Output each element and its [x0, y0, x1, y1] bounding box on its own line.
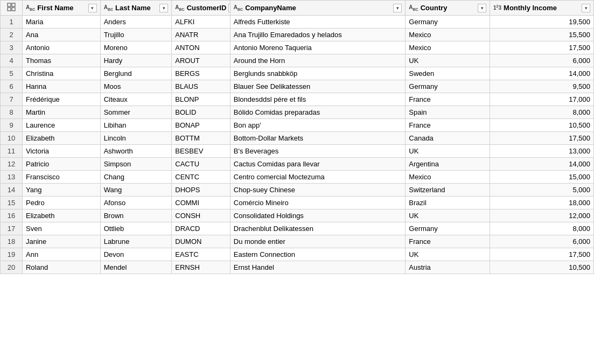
cell-last: Moos	[100, 80, 172, 93]
cell-cid: COMMI	[172, 197, 230, 209]
cell-cid: BLAUS	[172, 80, 230, 93]
cell-cid: CACTU	[172, 158, 230, 171]
cell-index: 1	[1, 16, 23, 29]
cell-income: 14,000	[490, 67, 594, 80]
cell-income: 8,000	[490, 222, 594, 235]
svg-rect-2	[8, 8, 11, 11]
header-first-name-label: First Name	[37, 4, 73, 12]
abc-type-icon: ABC	[234, 4, 243, 11]
table-row: 9LaurenceLibihanBONAPBon app'France10,50…	[1, 119, 594, 132]
abc-type-icon: ABC	[409, 4, 418, 11]
table-row: 19AnnDevonEASTCEastern ConnectionUK17,50…	[1, 248, 594, 261]
cell-first: Laurence	[22, 119, 100, 132]
cell-country: UK	[406, 54, 490, 67]
cell-index: 9	[1, 119, 23, 132]
cell-income: 18,000	[490, 197, 594, 209]
cell-first: Ann	[22, 248, 100, 261]
cell-income: 8,000	[490, 106, 594, 119]
table-row: 16ElizabethBrownCONSHConsolidated Holdin…	[1, 209, 594, 222]
country-filter-button[interactable]: ▾	[478, 4, 486, 12]
cell-country: Mexico	[406, 171, 490, 184]
cell-cid: DRACD	[172, 222, 230, 235]
table-row: 13FransciscoChangCENTCCentro comercial M…	[1, 171, 594, 184]
cell-first: Ana	[22, 29, 100, 41]
header-customer-id: ABC CustomerID ▾	[172, 1, 230, 16]
cell-index: 12	[1, 158, 23, 171]
cell-last: Ottlieb	[100, 222, 172, 235]
cell-company: Chop-suey Chinese	[230, 184, 406, 197]
company-name-filter-button[interactable]: ▾	[393, 4, 402, 12]
cell-cid: DUMON	[172, 235, 230, 248]
cell-income: 6,000	[490, 235, 594, 248]
table-row: 6HannaMoosBLAUSBlauer See DelikatessenGe…	[1, 80, 594, 93]
header-monthly-income: 123 Monthly Income ▾	[490, 1, 594, 16]
cell-index: 20	[1, 261, 23, 274]
cell-last: Sommer	[100, 106, 172, 119]
cell-cid: ERNSH	[172, 261, 230, 274]
svg-rect-1	[12, 3, 15, 6]
cell-cid: BOLID	[172, 106, 230, 119]
table-row: 2AnaTrujilloANATRAna Trujillo Emaredados…	[1, 29, 594, 41]
cell-last: Wang	[100, 184, 172, 197]
cell-first: Roland	[22, 261, 100, 274]
table-row: 7FrédériqueCiteauxBLONPBlondesddsl pére …	[1, 93, 594, 106]
header-company-name: ABC CompanyName ▾	[230, 1, 406, 16]
monthly-income-filter-button[interactable]: ▾	[582, 4, 590, 12]
cell-company: Ernst Handel	[230, 261, 406, 274]
cell-company: Drachenblut Delikatessen	[230, 222, 406, 235]
cell-cid: BOTTM	[172, 132, 230, 145]
cell-first: Christina	[22, 67, 100, 80]
cell-income: 17,500	[490, 248, 594, 261]
cell-index: 14	[1, 184, 23, 197]
cell-income: 17,000	[490, 93, 594, 106]
cell-company: Bon app'	[230, 119, 406, 132]
cell-country: Sweden	[406, 67, 490, 80]
header-company-name-label: CompanyName	[245, 4, 296, 12]
cell-income: 10,500	[490, 119, 594, 132]
cell-country: Switzerland	[406, 184, 490, 197]
table-row: 15PedroAfonsoCOMMIComércio MineiroBrazil…	[1, 197, 594, 209]
cell-country: France	[406, 119, 490, 132]
cell-first: Hanna	[22, 80, 100, 93]
table-row: 8MartinSommerBOLIDBólido Comidas prepara…	[1, 106, 594, 119]
cell-index: 11	[1, 145, 23, 158]
cell-cid: BONAP	[172, 119, 230, 132]
cell-last: Trujillo	[100, 29, 172, 41]
cell-last: Devon	[100, 248, 172, 261]
cell-company: Comércio Mineiro	[230, 197, 406, 209]
cell-first: Antonio	[22, 41, 100, 54]
first-name-filter-button[interactable]: ▾	[88, 4, 97, 12]
cell-country: Austria	[406, 261, 490, 274]
cell-company: Blondesddsl pére et fils	[230, 93, 406, 106]
cell-last: Hardy	[100, 54, 172, 67]
cell-company: Ana Trujillo Emaredados y helados	[230, 29, 406, 41]
cell-last: Mendel	[100, 261, 172, 274]
table-row: 5ChristinaBerglundBERGSBerglunds snabbkö…	[1, 67, 594, 80]
header-index	[1, 1, 23, 16]
cell-income: 19,500	[490, 16, 594, 29]
cell-income: 15,500	[490, 29, 594, 41]
cell-country: UK	[406, 209, 490, 222]
cell-country: Argentina	[406, 158, 490, 171]
cell-index: 13	[1, 171, 23, 184]
cell-company: Du monde entier	[230, 235, 406, 248]
cell-index: 4	[1, 54, 23, 67]
cell-index: 16	[1, 209, 23, 222]
cell-cid: DHOPS	[172, 184, 230, 197]
cell-last: Citeaux	[100, 93, 172, 106]
cell-cid: CONSH	[172, 209, 230, 222]
cell-first: Elizabeth	[22, 209, 100, 222]
cell-country: Canada	[406, 132, 490, 145]
cell-first: Martin	[22, 106, 100, 119]
cell-first: Elizabeth	[22, 132, 100, 145]
cell-last: Moreno	[100, 41, 172, 54]
cell-country: Mexico	[406, 41, 490, 54]
cell-cid: BERGS	[172, 67, 230, 80]
header-customer-id-label: CustomerID	[187, 4, 227, 12]
last-name-filter-button[interactable]: ▾	[159, 4, 168, 12]
cell-last: Anders	[100, 16, 172, 29]
cell-index: 17	[1, 222, 23, 235]
cell-last: Brown	[100, 209, 172, 222]
cell-last: Lincoln	[100, 132, 172, 145]
table-row: 3AntonioMorenoANTONAntonio Moreno Taquer…	[1, 41, 594, 54]
